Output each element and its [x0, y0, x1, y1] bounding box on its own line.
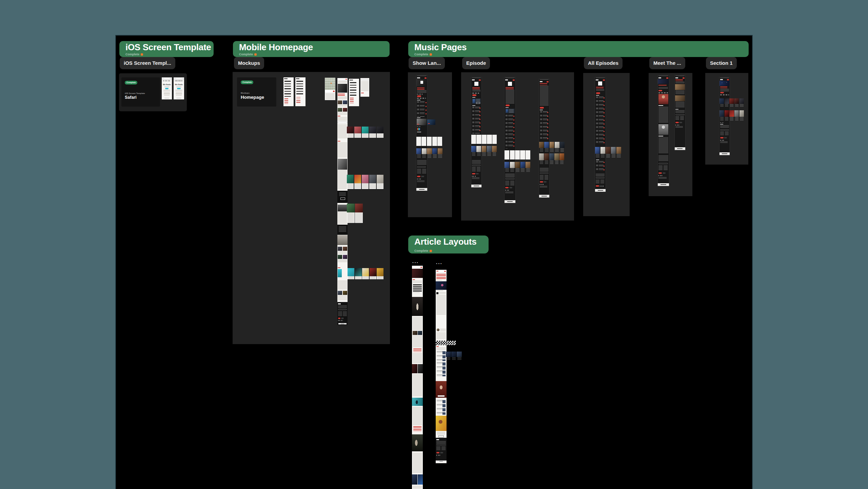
phone-thumbnail-menu[interactable]	[349, 79, 359, 106]
phone-thumbnail-episode[interactable]	[471, 77, 481, 187]
latest-row[interactable]	[416, 148, 442, 158]
phone-thumbnail-episode[interactable]	[539, 79, 549, 198]
section-header-mobile-homepage[interactable]: Mobile Homepage Complete	[233, 41, 390, 57]
thumb-photo	[725, 98, 729, 104]
section-status: Complete	[414, 53, 743, 56]
cover-card[interactable]: Complete iOS Screen Template Safari	[121, 77, 160, 107]
thumb-photo	[347, 127, 354, 133]
latest-row[interactable]	[471, 146, 497, 156]
red-pill-button	[417, 95, 421, 97]
section-header-music-pages[interactable]: Music Pages Complete	[408, 41, 749, 57]
frame-chip-episode[interactable]: Episode	[462, 57, 490, 69]
video-thumbnail[interactable]	[427, 119, 435, 125]
phone-thumbnail-small[interactable]	[360, 78, 369, 97]
caption-lines	[555, 148, 559, 152]
footer-gray-button	[663, 172, 666, 174]
loading-bar	[598, 190, 603, 191]
episode-frame[interactable]	[461, 72, 574, 221]
phone-page-title: Wix Studio	[174, 84, 184, 86]
album-art	[508, 82, 512, 86]
upcoming-cards-row[interactable]	[416, 137, 442, 146]
social-icons	[675, 125, 679, 126]
footer-links	[472, 167, 476, 172]
caption-lines	[348, 184, 353, 189]
frame-label-truncated[interactable]: ...	[436, 261, 442, 264]
cover-card[interactable]: Complete Mockups Homepage	[237, 77, 276, 107]
phone-thumbnail-homepage-long[interactable]	[337, 78, 348, 325]
latest-card	[515, 162, 520, 172]
ios-template-frame[interactable]: Complete iOS Screen Template Safari Wix …	[119, 73, 187, 111]
frame-chip-section-1[interactable]: Section 1	[706, 57, 737, 69]
phone-thumbnail-show-landing[interactable]	[416, 75, 427, 191]
all-episodes-frame[interactable]	[583, 73, 630, 216]
phone-thumbnail-all-episodes[interactable]	[595, 77, 606, 192]
photo-grid-row[interactable]	[719, 110, 744, 121]
thumbnail-pair[interactable]	[347, 204, 363, 223]
phone-thumbnail-episode[interactable]	[505, 77, 515, 203]
headline-lines	[658, 85, 667, 87]
status-flame-icon	[254, 53, 257, 56]
promo-lines	[339, 192, 346, 196]
frame-chip-meet-the[interactable]: Meet The ...	[649, 57, 685, 69]
portrait-photo	[658, 124, 668, 135]
transcript-lines	[506, 90, 514, 104]
phone-thumbnail-menu[interactable]	[283, 77, 294, 106]
section-1-frame[interactable]	[705, 73, 748, 165]
thumb-photo	[476, 146, 481, 152]
latest-card	[526, 162, 530, 172]
photo-grid-row[interactable]	[719, 98, 744, 108]
episode-list	[596, 96, 605, 145]
section-header-article-layouts[interactable]: Article Layouts Complete	[408, 236, 489, 253]
text-lines	[675, 102, 685, 108]
upcoming-cards-row[interactable]	[505, 150, 530, 159]
latest-row[interactable]	[539, 142, 565, 152]
status-bar	[417, 76, 427, 76]
portrait-photo	[412, 434, 423, 451]
promo-photo	[436, 416, 447, 431]
article-thumbnail-light[interactable]	[436, 270, 447, 463]
frame-label-truncated[interactable]: ...	[412, 260, 419, 263]
podcast-covers-row[interactable]	[348, 268, 383, 279]
show-landing-frame[interactable]	[408, 72, 452, 217]
red-button	[513, 79, 515, 81]
phone-thumbnail-map[interactable]	[325, 78, 335, 100]
caption-lines	[370, 277, 376, 279]
thumbnail-row[interactable]	[347, 127, 383, 138]
phone-thumbnail-safari[interactable]: Wix Studio	[174, 77, 184, 99]
section-header-ios[interactable]: iOS Screen Template Complete	[119, 41, 214, 57]
text-lines	[164, 95, 170, 96]
article-thumbnail-dark[interactable]	[412, 266, 423, 489]
photo-block	[338, 159, 347, 170]
text-lines	[413, 453, 422, 473]
meet-the-frame[interactable]	[649, 73, 692, 196]
mockups-frame[interactable]: Complete Mockups Homepage	[233, 72, 390, 344]
map-image	[325, 78, 335, 90]
frame-chip-mockups[interactable]: Mockups	[234, 57, 264, 69]
newsletter-input	[417, 166, 426, 168]
frame-chip-show-landing[interactable]: Show Lan...	[409, 57, 445, 69]
logo-line	[675, 77, 678, 78]
red-button	[666, 77, 668, 79]
grid-card	[719, 110, 724, 121]
phone-thumbnail-menu[interactable]	[295, 77, 305, 106]
status-bar	[540, 79, 549, 80]
latest-row[interactable]	[595, 147, 621, 158]
latest-row[interactable]	[505, 162, 530, 172]
latest-row[interactable]	[539, 153, 564, 165]
phone-thumbnail-safari[interactable]: Wix Studio	[162, 77, 172, 99]
phone-thumbnail-meet[interactable]	[675, 75, 685, 150]
hero-photo	[412, 269, 423, 278]
caption-lines	[428, 154, 431, 158]
photo-block	[338, 205, 347, 211]
upcoming-cards-row[interactable]	[471, 135, 497, 144]
section-tag	[338, 267, 340, 268]
frame-chip-all-episodes[interactable]: All Episodes	[584, 57, 623, 69]
social-icons	[658, 175, 663, 176]
thumbnail-row[interactable]	[347, 175, 383, 189]
frame-chip-ios-template[interactable]: iOS Screen Templ...	[120, 57, 175, 69]
promo-lines	[437, 432, 445, 435]
thumbnail-cluster[interactable]	[446, 352, 462, 361]
text-lines	[361, 81, 369, 92]
phone-thumbnail-meet[interactable]	[658, 75, 669, 186]
text-lines	[675, 91, 685, 95]
